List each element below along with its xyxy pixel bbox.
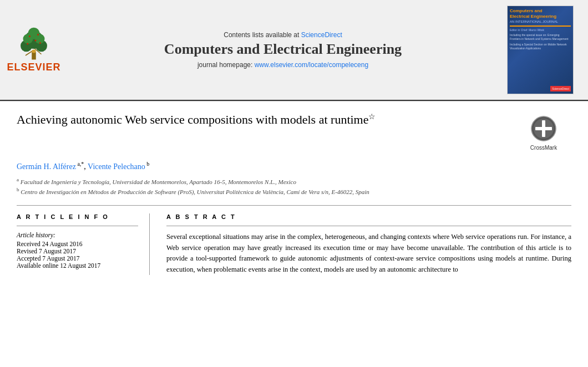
cover-badge: ScienceDirect: [550, 86, 571, 91]
svg-point-14: [32, 49, 36, 53]
available-date: Available online 12 August 2017: [17, 262, 138, 269]
affiliations-section: a Facultad de Ingeniería y Tecnología, U…: [17, 176, 571, 196]
authors-section: Germán H. Alférez a,*, Vicente Pelechano…: [17, 161, 571, 171]
affil-1-sup: a: [17, 177, 19, 182]
article-title-row: Achieving autonomic Web service composit…: [17, 111, 571, 152]
homepage-label: journal homepage:: [197, 61, 255, 69]
cover-subtitle: AN INTERNATIONAL JOURNAL: [510, 20, 571, 23]
header-left: ELSEVIER: [9, 27, 59, 73]
elsevier-brand: ELSEVIER: [7, 62, 60, 73]
article-info-divider: [17, 226, 138, 226]
crossmark-icon: [530, 115, 557, 142]
abstract-column: A B S T R A C T Several exceptional situ…: [166, 213, 571, 275]
author-2-sup: b: [145, 161, 150, 167]
journal-cover: Computers and Electrical Engineering AN …: [507, 6, 574, 94]
svg-rect-18: [535, 127, 552, 130]
article-history-label: Article history:: [17, 232, 138, 238]
author-2-link[interactable]: Vicente Pelechano: [88, 162, 145, 170]
crossmark-area: CrossMark: [516, 115, 571, 152]
abstract-heading: A B S T R A C T: [166, 213, 571, 220]
cover-title: Computers and Electrical Engineering: [510, 8, 571, 19]
article-info-column: A R T I C L E I N F O Article history: R…: [17, 213, 150, 275]
affil-1-text: Facultad de Ingeniería y Tecnología, Uni…: [21, 179, 296, 185]
cover-content: Editor in Chief: Marco Witek Including t…: [510, 28, 571, 50]
svg-point-12: [27, 43, 28, 44]
article-title: Achieving autonomic Web service composit…: [17, 113, 368, 126]
journal-title: Computers and Electrical Engineering: [70, 41, 496, 58]
info-abstract-divider: [17, 205, 571, 206]
journal-homepage: journal homepage: www.elsevier.com/locat…: [70, 61, 496, 69]
author-1-link[interactable]: Germán H. Alférez: [17, 162, 76, 170]
crossmark-label: CrossMark: [530, 144, 557, 152]
svg-point-10: [37, 34, 39, 35]
article-title-text: Achieving autonomic Web service composit…: [17, 111, 376, 128]
homepage-link[interactable]: www.elsevier.com/locate/compeleceng: [255, 61, 368, 69]
affil-2-sup: b: [17, 187, 19, 192]
svg-point-13: [39, 42, 41, 44]
abstract-divider: [166, 226, 571, 226]
cover-bar: [510, 26, 571, 27]
svg-point-7: [23, 34, 33, 44]
affil-2-text: Centro de Investigación en Métodos de Pr…: [21, 188, 369, 195]
article-info-heading: A R T I C L E I N F O: [17, 213, 138, 220]
journal-cover-inner: Computers and Electrical Engineering AN …: [508, 6, 573, 94]
main-content: Achieving autonomic Web service composit…: [0, 101, 588, 281]
elsevier-tree-icon: [17, 27, 50, 60]
abstract-text: Several exceptional situations may arise…: [166, 232, 571, 275]
two-col-layout: A R T I C L E I N F O Article history: R…: [17, 213, 571, 275]
author-1-sup: a,*: [76, 161, 84, 167]
cover-title-computers: Computers: [510, 8, 533, 13]
header-center: Contents lists available at ScienceDirec…: [59, 31, 507, 69]
header-right: Computers and Electrical Engineering AN …: [507, 6, 579, 94]
cover-title-ee: Electrical Engineering: [510, 14, 556, 19]
contents-label: Contents lists available at: [224, 31, 301, 39]
accepted-date: Accepted 7 August 2017: [17, 255, 138, 262]
contents-line: Contents lists available at ScienceDirec…: [70, 31, 496, 39]
cover-title-and: and: [534, 8, 542, 13]
elsevier-logo: ELSEVIER: [9, 27, 59, 73]
svg-point-9: [29, 35, 31, 37]
header-section: ELSEVIER Contents lists available at Sci…: [0, 0, 588, 101]
affiliation-1: a Facultad de Ingeniería y Tecnología, U…: [17, 176, 571, 186]
affiliation-2: b Centro de Investigación en Métodos de …: [17, 186, 571, 196]
svg-rect-0: [32, 52, 36, 60]
sciencedirect-link[interactable]: ScienceDirect: [301, 31, 342, 39]
revised-date: Revised 7 August 2017: [17, 248, 138, 254]
received-date: Received 24 August 2016: [17, 241, 138, 247]
svg-point-11: [35, 39, 37, 41]
title-star: ☆: [368, 113, 376, 121]
